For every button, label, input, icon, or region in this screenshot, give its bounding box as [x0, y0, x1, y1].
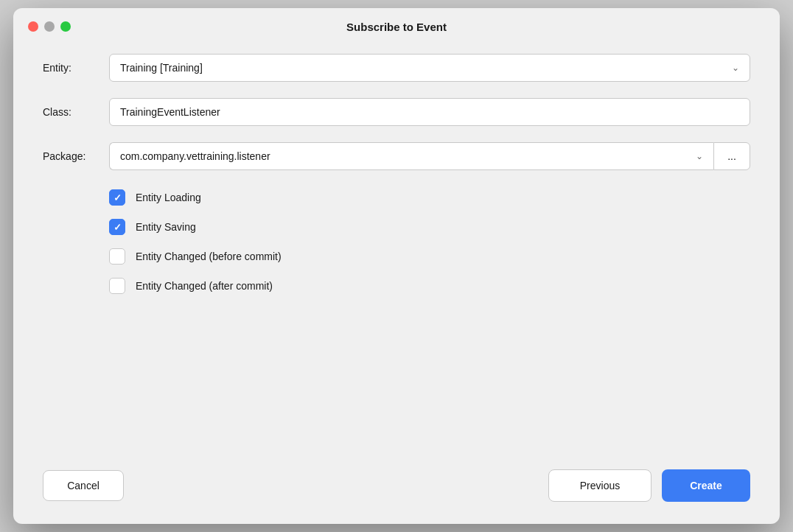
package-field: com.company.vettraining.listener ⌄ ... [109, 142, 750, 170]
checkbox-row-entity-changed-before: Entity Changed (before commit) [109, 248, 750, 265]
entity-changed-before-checkbox[interactable] [109, 248, 125, 265]
cancel-button[interactable]: Cancel [43, 470, 124, 501]
entity-select[interactable]: Training [Training] ⌄ [109, 54, 750, 82]
dialog-title: Subscribe to Event [346, 21, 447, 33]
class-row: Class: [43, 98, 750, 126]
package-browse-button[interactable]: ... [713, 142, 750, 170]
package-row-inner: com.company.vettraining.listener ⌄ ... [109, 142, 750, 170]
window-controls [28, 21, 71, 32]
entity-row: Entity: Training [Training] ⌄ [43, 54, 750, 82]
entity-saving-label: Entity Saving [136, 221, 196, 233]
entity-changed-after-checkbox[interactable] [109, 278, 125, 294]
package-label: Package: [43, 150, 109, 162]
entity-changed-before-label: Entity Changed (before commit) [136, 251, 282, 262]
maximize-button[interactable] [60, 21, 71, 32]
entity-changed-after-label: Entity Changed (after commit) [136, 280, 273, 292]
dialog-footer: Cancel Previous Create [13, 458, 780, 524]
chevron-down-icon: ⌄ [696, 151, 703, 161]
checkboxes-section: ✓ Entity Loading ✓ Entity Saving Entity … [43, 189, 750, 294]
title-bar: Subscribe to Event [13, 8, 780, 39]
entity-loading-checkbox[interactable]: ✓ [109, 189, 125, 206]
class-label: Class: [43, 106, 109, 118]
entity-field: Training [Training] ⌄ [109, 54, 750, 82]
checkmark-icon: ✓ [113, 222, 122, 233]
entity-select-value: Training [Training] [120, 62, 203, 74]
previous-button[interactable]: Previous [548, 469, 651, 502]
checkbox-row-entity-changed-after: Entity Changed (after commit) [109, 278, 750, 294]
package-select[interactable]: com.company.vettraining.listener ⌄ [109, 142, 713, 170]
package-row: Package: com.company.vettraining.listene… [43, 142, 750, 170]
checkbox-row-entity-saving: ✓ Entity Saving [109, 219, 750, 235]
entity-label: Entity: [43, 62, 109, 74]
class-field [109, 98, 750, 126]
checkbox-row-entity-loading: ✓ Entity Loading [109, 189, 750, 206]
entity-loading-label: Entity Loading [136, 192, 201, 203]
dialog-body: Entity: Training [Training] ⌄ Class: Pac… [13, 39, 780, 458]
subscribe-to-event-dialog: Subscribe to Event Entity: Training [Tra… [13, 8, 780, 524]
class-input[interactable] [109, 98, 750, 126]
close-button[interactable] [28, 21, 38, 32]
chevron-down-icon: ⌄ [732, 63, 739, 73]
package-select-value: com.company.vettraining.listener [120, 150, 270, 162]
footer-right: Previous Create [548, 469, 750, 502]
entity-saving-checkbox[interactable]: ✓ [109, 219, 125, 235]
minimize-button[interactable] [44, 21, 55, 32]
checkmark-icon: ✓ [113, 192, 122, 203]
create-button[interactable]: Create [662, 469, 750, 502]
